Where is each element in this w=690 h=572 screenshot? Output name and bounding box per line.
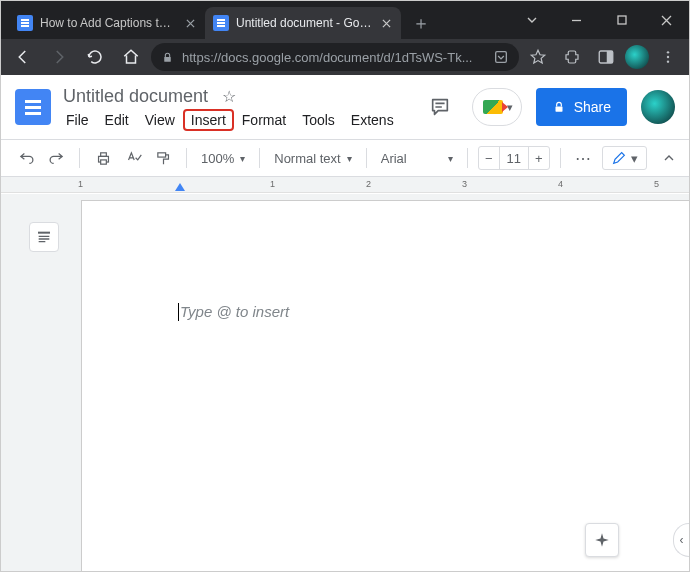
close-window-button[interactable] — [644, 1, 689, 39]
close-icon[interactable] — [183, 16, 197, 30]
bookmark-star-icon[interactable] — [523, 42, 553, 72]
svg-rect-0 — [618, 16, 626, 24]
meet-button[interactable]: ▾ — [472, 88, 522, 126]
account-avatar[interactable] — [641, 90, 675, 124]
svg-rect-12 — [157, 152, 165, 156]
font-value: Arial — [381, 151, 407, 166]
browser-addressbar: https://docs.google.com/document/d/1dTsW… — [1, 39, 689, 75]
separator — [366, 148, 367, 168]
print-button[interactable] — [90, 145, 116, 171]
share-label: Share — [574, 99, 611, 115]
toolbar: 100% ▾ Normal text ▾ Arial ▾ − 11 + ⋯ ▾ — [1, 139, 689, 177]
new-tab-button[interactable]: ＋ — [407, 9, 435, 37]
ruler-label: 1 — [270, 179, 275, 189]
url-bar[interactable]: https://docs.google.com/document/d/1dTsW… — [151, 43, 519, 71]
separator — [467, 148, 468, 168]
redo-button[interactable] — [43, 145, 69, 171]
undo-button[interactable] — [13, 145, 39, 171]
horizontal-ruler[interactable]: 1 1 2 3 4 5 — [1, 177, 689, 193]
menu-file[interactable]: File — [59, 110, 96, 130]
close-icon[interactable] — [379, 16, 393, 30]
document-page[interactable]: Type @ to insert — [81, 200, 689, 571]
install-icon[interactable] — [493, 49, 509, 65]
svg-point-7 — [667, 60, 669, 62]
separator — [560, 148, 561, 168]
chevron-down-icon: ▾ — [240, 153, 245, 164]
browser-tab-1[interactable]: Untitled document - Googl — [205, 7, 401, 39]
zoom-value: 100% — [201, 151, 234, 166]
svg-rect-1 — [164, 56, 171, 61]
explore-button[interactable] — [585, 523, 619, 557]
vertical-ruler[interactable] — [1, 194, 13, 571]
svg-rect-8 — [555, 106, 562, 111]
pencil-icon — [611, 150, 627, 166]
browser-profile-avatar[interactable] — [625, 45, 649, 69]
lock-icon — [552, 100, 566, 114]
chevron-down-icon: ▾ — [347, 153, 352, 164]
font-dropdown[interactable]: Arial ▾ — [377, 145, 457, 171]
chrome-menu-icon[interactable] — [653, 42, 683, 72]
menu-insert[interactable]: Insert — [184, 110, 233, 130]
browser-titlebar: How to Add Captions to Im Untitled docum… — [1, 1, 689, 39]
docs-logo[interactable] — [15, 89, 51, 125]
zoom-dropdown[interactable]: 100% ▾ — [197, 145, 249, 171]
font-size-value[interactable]: 11 — [499, 147, 529, 169]
document-outline-button[interactable] — [29, 222, 59, 252]
menubar: File Edit View Insert Format Tools Exten… — [59, 110, 401, 130]
window-dropdown[interactable] — [509, 1, 554, 39]
minimize-button[interactable] — [554, 1, 599, 39]
meet-icon — [483, 100, 503, 114]
separator — [186, 148, 187, 168]
chevron-down-icon: ▾ — [448, 153, 453, 164]
home-button[interactable] — [115, 41, 147, 73]
svg-point-5 — [667, 51, 669, 53]
more-tools-button[interactable]: ⋯ — [571, 145, 597, 171]
browser-tab-0[interactable]: How to Add Captions to Im — [9, 7, 205, 39]
url-text: https://docs.google.com/document/d/1dTsW… — [182, 50, 485, 65]
decrease-font-size[interactable]: − — [479, 151, 499, 166]
lock-icon — [161, 51, 174, 64]
menu-tools[interactable]: Tools — [295, 110, 342, 130]
svg-rect-4 — [607, 51, 613, 63]
menu-extensions[interactable]: Extens — [344, 110, 401, 130]
separator — [259, 148, 260, 168]
svg-rect-2 — [496, 52, 507, 63]
styles-dropdown[interactable]: Normal text ▾ — [270, 145, 355, 171]
ruler-label: 3 — [462, 179, 467, 189]
collapse-toolbar-button[interactable] — [661, 150, 677, 166]
back-button[interactable] — [7, 41, 39, 73]
share-button[interactable]: Share — [536, 88, 627, 126]
sidepanel-icon[interactable] — [591, 42, 621, 72]
font-size-control: − 11 + — [478, 146, 550, 170]
ruler-label: 2 — [366, 179, 371, 189]
svg-rect-10 — [100, 152, 106, 156]
svg-rect-13 — [38, 232, 50, 234]
docs-favicon — [213, 15, 229, 31]
paint-format-button[interactable] — [150, 145, 176, 171]
style-value: Normal text — [274, 151, 340, 166]
spellcheck-button[interactable] — [120, 145, 146, 171]
chevron-down-icon: ▾ — [631, 151, 638, 166]
reload-button[interactable] — [79, 41, 111, 73]
ruler-label: 1 — [78, 179, 83, 189]
editing-mode-dropdown[interactable]: ▾ — [602, 146, 647, 170]
forward-button[interactable] — [43, 41, 75, 73]
docs-header: Untitled document ☆ File Edit View Inser… — [1, 75, 689, 139]
menu-view[interactable]: View — [138, 110, 182, 130]
ruler-label: 5 — [654, 179, 659, 189]
maximize-button[interactable] — [599, 1, 644, 39]
increase-font-size[interactable]: + — [529, 151, 549, 166]
comments-button[interactable] — [422, 89, 458, 125]
document-title[interactable]: Untitled document — [59, 85, 212, 108]
extensions-icon[interactable] — [557, 42, 587, 72]
docs-favicon — [17, 15, 33, 31]
tab-title: How to Add Captions to Im — [40, 16, 176, 30]
indent-marker[interactable] — [175, 183, 185, 191]
star-icon[interactable]: ☆ — [222, 87, 236, 106]
tab-title: Untitled document - Googl — [236, 16, 372, 30]
document-canvas: Type @ to insert ‹ — [1, 194, 689, 571]
window-controls — [509, 1, 689, 39]
menu-format[interactable]: Format — [235, 110, 293, 130]
menu-edit[interactable]: Edit — [98, 110, 136, 130]
svg-rect-11 — [100, 159, 106, 163]
